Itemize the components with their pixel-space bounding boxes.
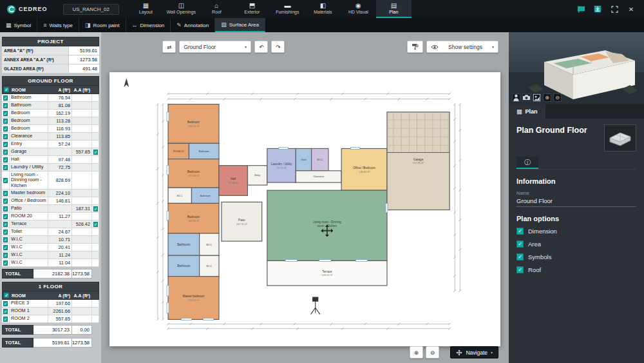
table-row[interactable]: ✓Clearance113.85 xyxy=(2,133,99,141)
plan-canvas[interactable]: ⇄ Ground Floor ▾ ↶ ↷ Show settings ▾ Bed… xyxy=(101,32,509,363)
camera-tripod-icon[interactable] xyxy=(311,297,320,314)
feedback-chat-icon[interactable] xyxy=(576,4,586,14)
checkbox-checked-icon[interactable]: ✓ xyxy=(3,309,8,314)
room-office-bedroom[interactable]: Office / Bedroom146.81 ft² xyxy=(341,148,387,190)
checkbox-checked-icon[interactable]: ✓ xyxy=(516,253,524,260)
zoom-in-button[interactable]: ⊕ xyxy=(410,346,423,358)
plan-thumbnail[interactable] xyxy=(604,124,636,152)
room-w-i-c[interactable]: W.I.C xyxy=(200,255,219,276)
table-row[interactable]: ✓PIÈCE 3197.66 xyxy=(2,300,99,308)
tool-annotation[interactable]: ✎Annotation xyxy=(171,18,215,32)
checkbox-checked-icon[interactable]: ✓ xyxy=(3,301,8,306)
room-patio[interactable]: Patio187.31 ft² xyxy=(222,202,262,241)
camera-view-icon[interactable] xyxy=(522,93,531,102)
room-w-i-c[interactable]: W.I.C xyxy=(312,148,328,170)
person-view-icon[interactable] xyxy=(512,93,520,102)
main-tab-plan[interactable]: ▤Plan xyxy=(376,0,412,18)
checkbox-checked-icon[interactable]: ✓ xyxy=(3,206,8,211)
room-bedroom[interactable]: Bedroom162.19 ft² xyxy=(168,104,219,144)
show-settings-dropdown[interactable]: Show settings ▾ xyxy=(426,41,498,53)
checkbox-checked-icon[interactable]: ✓ xyxy=(3,95,8,101)
room-terrace[interactable]: Terrace528.42 ft² xyxy=(267,260,387,285)
table-row[interactable]: ✓Terrace528.42✓ xyxy=(2,221,99,228)
checkbox-checked-icon[interactable]: ✓ xyxy=(516,266,524,273)
main-tab-layout[interactable]: ▦Layout xyxy=(128,0,164,18)
project-name[interactable]: US_RANCH_02 xyxy=(63,4,119,15)
checkbox-checked-icon[interactable]: ✓ xyxy=(3,214,8,219)
table-row[interactable]: ✓ROOM 2011.27 xyxy=(2,213,99,221)
swap-floor-button[interactable]: ⇄ xyxy=(162,41,176,53)
tool-dimension[interactable]: ↔Dimension xyxy=(126,18,171,32)
preview-zoom-in-icon[interactable]: ⊕ xyxy=(543,93,551,102)
table-row[interactable]: ✓W.I.C10.71 xyxy=(2,236,99,244)
subtab-information[interactable]: ⓘ xyxy=(516,157,538,169)
paint-roller-button[interactable] xyxy=(407,41,423,53)
checkbox-checked-icon[interactable]: ✓ xyxy=(3,317,8,322)
checkbox-checked-icon[interactable]: ✓ xyxy=(3,126,8,132)
floorplan-paper[interactable]: Bedroom162.19 ft²ROOM 20BathroomBedroom1… xyxy=(109,72,500,346)
room-w-i-c[interactable]: W.I.C xyxy=(200,233,219,255)
main-tab-materials[interactable]: ◧Materials xyxy=(305,0,341,18)
table-row[interactable]: ✓Master bedroom224.10 xyxy=(2,190,99,197)
room-bathroom[interactable]: Bathroom xyxy=(168,255,200,276)
room-garage[interactable]: Garage557.85 ft² xyxy=(387,112,450,210)
table-row[interactable]: ✓Bathroom81.08 xyxy=(2,102,99,110)
redo-button[interactable]: ↷ xyxy=(271,41,285,53)
checkbox-checked-icon[interactable]: ✓ xyxy=(3,253,8,258)
room-entry[interactable]: Entry xyxy=(247,166,267,185)
save-icon[interactable] xyxy=(592,4,603,14)
main-tab-wall-openings[interactable]: ◫Wall Openings xyxy=(164,0,199,18)
checkbox-checked-icon[interactable]: ✓ xyxy=(3,119,8,124)
annex-checkbox-icon[interactable]: ✓ xyxy=(93,222,98,227)
annex-checkbox-icon[interactable]: ✓ xyxy=(93,150,98,155)
checkbox-checked-icon[interactable]: ✓ xyxy=(516,240,524,248)
room-bathroom[interactable]: Bathroom xyxy=(189,143,219,159)
checkbox-checked-icon[interactable]: ✓ xyxy=(3,191,8,196)
plan-option-roof[interactable]: ✓Roof xyxy=(516,266,636,273)
annex-checkbox-icon[interactable]: ✓ xyxy=(93,206,98,211)
plan-option-dimension[interactable]: ✓Dimension xyxy=(516,228,636,235)
table-row[interactable]: ✓Patio187.31✓ xyxy=(2,205,99,213)
tool-symbol[interactable]: ▦Symbol xyxy=(0,18,37,32)
table-row[interactable]: ✓ROOM 12261.66 xyxy=(2,308,99,315)
checkbox-checked-icon[interactable]: ✓ xyxy=(3,150,8,155)
table-row[interactable]: ✓W.I.C20.41 xyxy=(2,244,99,251)
room-bathroom[interactable]: Bathroom xyxy=(168,233,200,255)
main-tab-hd-visual[interactable]: ◉HD Visual xyxy=(341,0,376,18)
room-laundry-utility[interactable]: Laundry / Utility72.75 ft² xyxy=(267,148,296,182)
room-clearance[interactable]: Clearance xyxy=(296,171,341,182)
table-row[interactable]: ✓Living room - Dinning room - Kitchen828… xyxy=(2,172,99,190)
main-tab-roof[interactable]: ⌂Roof xyxy=(199,0,234,18)
navigate-button[interactable]: Navigate ▾ xyxy=(450,346,498,358)
checkbox-checked-icon[interactable]: ✓ xyxy=(4,87,9,92)
checkbox-checked-icon[interactable]: ✓ xyxy=(3,230,8,235)
name-field-value[interactable]: Ground Floor xyxy=(516,197,636,207)
checkbox-checked-icon[interactable]: ✓ xyxy=(3,222,8,227)
checkbox-checked-icon[interactable]: ✓ xyxy=(3,245,8,250)
main-tab-exterior[interactable]: ⬒Exterior xyxy=(234,0,270,18)
table-row[interactable]: ✓W.I.C11.04 xyxy=(2,259,99,267)
close-icon[interactable]: ✕ xyxy=(626,4,636,14)
zoom-out-button[interactable]: ⊖ xyxy=(426,346,439,358)
table-row[interactable]: ✓Entry57.24 xyxy=(2,141,99,148)
room-room-20[interactable]: ROOM 20 xyxy=(168,143,189,159)
table-row[interactable]: ✓W.I.C11.24 xyxy=(2,251,99,259)
checkbox-checked-icon[interactable]: ✓ xyxy=(3,165,8,170)
room-master-bedroom[interactable]: Master bedroom224.10 ft² xyxy=(168,277,219,320)
checkbox-checked-icon[interactable]: ✓ xyxy=(4,293,9,298)
table-row[interactable]: ✓Bathroom76.54 xyxy=(2,94,99,102)
checkbox-checked-icon[interactable]: ✓ xyxy=(3,157,8,162)
table-row[interactable]: ✓Office / Bedroom146.81 xyxy=(2,197,99,205)
tool-walls-type[interactable]: ≡Walls type xyxy=(37,18,79,32)
main-tab-furnishings[interactable]: ▬Furnishings xyxy=(270,0,305,18)
checkbox-checked-icon[interactable]: ✓ xyxy=(3,103,8,108)
floor-selector[interactable]: Ground Floor ▾ xyxy=(179,41,251,53)
checkbox-checked-icon[interactable]: ✓ xyxy=(3,178,8,183)
preview-zoom-out-icon[interactable]: ⊖ xyxy=(553,93,562,102)
table-row[interactable]: ✓Toilet24.67 xyxy=(2,228,99,236)
table-row[interactable]: ✓Laundry / Utility72.75 xyxy=(2,164,99,172)
table-row[interactable]: ✓Hall97.48 xyxy=(2,156,99,164)
tool-room-paint[interactable]: ◨Room paint xyxy=(79,18,126,32)
tab-plan[interactable]: ▤ Plan xyxy=(509,104,545,119)
fullscreen-icon[interactable] xyxy=(609,4,620,14)
